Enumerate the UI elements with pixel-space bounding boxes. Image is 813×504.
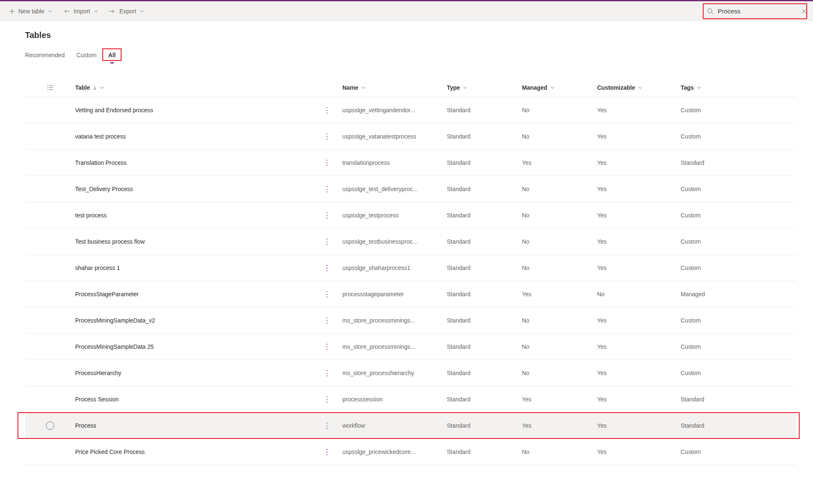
table-row[interactable]: Test_Delivery Process⋮uspsslge_test_deli… bbox=[25, 176, 796, 202]
table-name[interactable]: Process Session bbox=[75, 396, 119, 403]
chevron-down-icon bbox=[463, 85, 468, 90]
chevron-down-icon bbox=[550, 85, 555, 90]
table-row[interactable]: test process⋮uspsslge_testprocessStandar… bbox=[25, 202, 796, 229]
list-view-icon[interactable] bbox=[25, 85, 75, 91]
command-bar: New table Import Export bbox=[0, 1, 813, 21]
search-input[interactable] bbox=[718, 8, 797, 15]
row-select[interactable] bbox=[25, 421, 75, 430]
cell-type: Standard bbox=[447, 422, 522, 429]
cell-tags: Custom bbox=[681, 238, 764, 245]
cell-customizable: Yes bbox=[597, 422, 681, 429]
cell-table: ProcessStageParameter⋮ bbox=[75, 290, 342, 299]
more-actions-icon[interactable]: ⋮ bbox=[321, 421, 333, 430]
table-row[interactable]: Translation Process⋮translationprocessSt… bbox=[25, 150, 796, 176]
table-row[interactable]: Process⋮workflowStandardYesYesStandard bbox=[25, 413, 796, 439]
more-actions-icon[interactable]: ⋮ bbox=[321, 263, 333, 272]
more-actions-icon[interactable]: ⋮ bbox=[321, 290, 333, 299]
table-row[interactable]: ProcessHierarchy⋮ms_store_processhierarc… bbox=[25, 360, 796, 386]
col-table[interactable]: Table bbox=[75, 84, 342, 91]
table-name[interactable]: Test_Delivery Process bbox=[75, 186, 133, 192]
cell-customizable: Yes bbox=[597, 265, 681, 271]
tab-custom[interactable]: Custom bbox=[76, 48, 96, 63]
cell-managed: No bbox=[522, 265, 597, 271]
cell-tags: Custom bbox=[681, 186, 764, 192]
cell-managed: No bbox=[522, 107, 597, 113]
col-managed[interactable]: Managed bbox=[522, 84, 597, 91]
more-actions-icon[interactable]: ⋮ bbox=[321, 132, 333, 141]
table-name[interactable]: Translation Process bbox=[75, 159, 127, 166]
clear-search-icon[interactable] bbox=[801, 8, 807, 14]
cell-managed: No bbox=[522, 449, 597, 455]
tab-all[interactable]: All bbox=[108, 48, 116, 63]
cell-managed: No bbox=[522, 186, 597, 192]
table-name[interactable]: vatana test process bbox=[75, 133, 126, 140]
cell-name: uspsslge_testprocess bbox=[342, 212, 434, 219]
import-button[interactable]: Import bbox=[58, 2, 104, 20]
table-name[interactable]: ProcessMiningSampleData_v2 bbox=[75, 317, 155, 324]
table-name[interactable]: Price Picked Core Process bbox=[75, 449, 145, 455]
new-table-button[interactable]: New table bbox=[4, 2, 58, 20]
more-actions-icon[interactable]: ⋮ bbox=[321, 447, 333, 456]
more-actions-icon[interactable]: ⋮ bbox=[321, 316, 333, 325]
table-row[interactable]: ProcessStageParameter⋮processstageparame… bbox=[25, 281, 796, 307]
cell-name: workflow bbox=[342, 422, 434, 429]
table-row[interactable]: Test business process flow⋮uspsslge_test… bbox=[25, 229, 796, 255]
cell-customizable: Yes bbox=[597, 212, 681, 219]
cell-customizable: Yes bbox=[597, 396, 681, 403]
more-actions-icon[interactable]: ⋮ bbox=[321, 158, 333, 167]
cell-table: vatana test process⋮ bbox=[75, 132, 342, 141]
more-actions-icon[interactable]: ⋮ bbox=[321, 342, 333, 351]
table-name[interactable]: Vetting and Endorsed process bbox=[75, 107, 153, 113]
cell-table: ProcessHierarchy⋮ bbox=[75, 368, 342, 378]
search-icon bbox=[707, 8, 714, 15]
table-row[interactable]: Vetting and Endorsed process⋮uspsslge_ve… bbox=[25, 97, 796, 123]
table-name[interactable]: ProcessMiningSampleData 25 bbox=[75, 343, 154, 350]
sort-down-icon bbox=[93, 85, 97, 90]
export-button[interactable]: Export bbox=[104, 2, 149, 20]
table-row[interactable]: ProcessMiningSampleData 25⋮ms_store_proc… bbox=[25, 334, 796, 360]
cell-customizable: Yes bbox=[597, 238, 681, 245]
more-actions-icon[interactable]: ⋮ bbox=[321, 106, 333, 115]
cell-customizable: No bbox=[597, 291, 681, 297]
table-name[interactable]: ProcessHierarchy bbox=[75, 370, 121, 376]
tab-recommended[interactable]: Recommended bbox=[25, 48, 65, 63]
import-icon bbox=[63, 8, 70, 14]
table-name[interactable]: Process bbox=[75, 422, 96, 429]
table-name[interactable]: shahar process 1 bbox=[75, 265, 120, 271]
col-name[interactable]: Name bbox=[342, 84, 447, 91]
table-row[interactable]: ProcessMiningSampleData_v2⋮ms_store_proc… bbox=[25, 307, 796, 334]
table-name[interactable]: ProcessStageParameter bbox=[75, 291, 139, 297]
col-customizable[interactable]: Customizable bbox=[597, 84, 681, 91]
cell-type: Standard bbox=[447, 159, 522, 166]
cell-table: Process⋮ bbox=[75, 421, 342, 430]
cell-type: Standard bbox=[447, 317, 522, 324]
col-tags[interactable]: Tags bbox=[681, 84, 764, 91]
table-name[interactable]: Test business process flow bbox=[75, 238, 145, 245]
new-table-label: New table bbox=[18, 8, 44, 15]
cell-managed: No bbox=[522, 317, 597, 324]
cell-customizable: Yes bbox=[597, 107, 681, 113]
more-actions-icon[interactable]: ⋮ bbox=[321, 211, 333, 220]
table-row[interactable]: shahar process 1⋮uspsslge_shaharprocess1… bbox=[25, 255, 796, 281]
table-row[interactable]: Process Session⋮processsessionStandardYe… bbox=[25, 386, 796, 413]
cell-table: Price Picked Core Process⋮ bbox=[75, 447, 342, 456]
table-row[interactable]: vatana test process⋮uspsslge_vatanatestp… bbox=[25, 123, 796, 150]
more-actions-icon[interactable]: ⋮ bbox=[321, 237, 333, 246]
chevron-down-icon bbox=[99, 85, 104, 90]
chevron-down-icon bbox=[48, 9, 53, 14]
cell-type: Standard bbox=[447, 396, 522, 403]
search-box[interactable] bbox=[703, 3, 807, 19]
more-actions-icon[interactable]: ⋮ bbox=[321, 395, 333, 404]
cell-tags: Custom bbox=[681, 107, 764, 113]
radio-icon[interactable] bbox=[46, 421, 54, 430]
chevron-down-icon bbox=[638, 85, 643, 90]
cell-type: Standard bbox=[447, 107, 522, 113]
more-actions-icon[interactable]: ⋮ bbox=[321, 184, 333, 194]
table-name[interactable]: test process bbox=[75, 212, 106, 219]
cell-name: uspsslge_testbusinessproc... bbox=[342, 238, 434, 245]
col-type[interactable]: Type bbox=[447, 84, 522, 91]
cell-name: processsession bbox=[342, 396, 434, 403]
table-row[interactable]: Price Picked Core Process⋮uspsslge_price… bbox=[25, 439, 796, 465]
more-actions-icon[interactable]: ⋮ bbox=[321, 368, 333, 378]
cell-tags: Custom bbox=[681, 265, 764, 271]
